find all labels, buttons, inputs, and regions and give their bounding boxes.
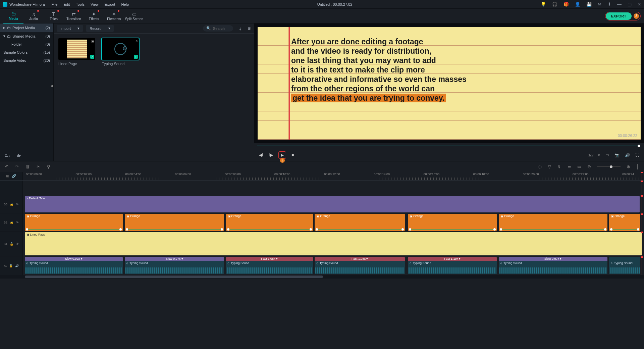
collapse-sidebar-icon[interactable]: ◀ — [50, 84, 53, 88]
zoom-fit-icon[interactable]: ║ — [636, 164, 639, 169]
search-box[interactable]: 🔍 — [203, 25, 233, 32]
headset-icon[interactable]: 🎧 — [552, 2, 557, 7]
lock-icon[interactable]: 🔓 — [10, 221, 13, 224]
track-head-b1[interactable]: B1🔓👁 — [0, 232, 23, 256]
audio-clip[interactable]: Slow 0.97x ▾♫ Typing Sound — [125, 257, 224, 274]
menu-view[interactable]: View — [91, 2, 99, 6]
tab-media[interactable]: 🗀Media — [3, 9, 23, 23]
track-head-b3[interactable]: B3🔓👁 — [0, 195, 23, 213]
delete-icon[interactable]: 🗑 — [25, 164, 30, 169]
play-button[interactable]: ▶1 — [278, 151, 286, 159]
audio-clip[interactable]: Fast 1.08x ▾♫ Typing Sound — [315, 257, 405, 274]
account-icon[interactable]: 👤 — [575, 2, 580, 7]
audio-clip[interactable]: Slow 0.97x ▾♫ Typing Sound — [499, 257, 607, 274]
close-icon[interactable]: ✕ — [638, 2, 641, 7]
overlay-clip[interactable]: ▣Orange — [25, 214, 123, 231]
redo-icon[interactable]: ↷ — [15, 164, 19, 169]
overlay-clip[interactable]: ▣Orange — [315, 214, 405, 231]
menu-export[interactable]: Export — [105, 2, 115, 6]
split-icon: ▭ — [132, 11, 137, 17]
next-frame-button[interactable]: Ⅰ▶ — [269, 153, 273, 157]
sidebar-item-project-media[interactable]: ▸🗀Project Media(2) — [0, 23, 53, 32]
sidebar-item-sample-video[interactable]: Sample Video(20) — [0, 56, 53, 64]
import-dropdown[interactable]: Import▾ — [57, 25, 83, 32]
ruler-scale[interactable]: 00:00:00:00 00:00:02:00 00:00:04:00 00:0… — [23, 172, 644, 180]
audio-clip[interactable]: Fast 1.19x ▾♫ Typing Sound — [408, 257, 497, 274]
manage-tracks-icon[interactable]: ⊞ — [6, 174, 9, 178]
preview-ratio-select[interactable]: 1/2▾ — [588, 153, 600, 157]
overlay-clip[interactable]: ▣Orange — [499, 214, 607, 231]
track-head-b2[interactable]: B2🔓👁 — [0, 213, 23, 231]
menu-help[interactable]: Help — [121, 2, 129, 6]
speaker-icon[interactable]: 🔊 — [15, 264, 19, 267]
overlay-clip[interactable]: ▣Orange — [125, 214, 224, 231]
download-icon[interactable]: ⬇ — [607, 2, 611, 7]
fullscreen-icon[interactable]: ⛶ — [635, 153, 639, 157]
audio-clip[interactable]: Fast 1.08x ▾♫ Typing Sound — [226, 257, 313, 274]
tab-audio[interactable]: ♫Audio — [23, 9, 44, 23]
zoom-in-icon[interactable]: ⊕ — [627, 164, 630, 169]
tab-transition[interactable]: ⇄Transition — [64, 9, 84, 23]
new-folder-icon[interactable]: 🗀₊ — [5, 153, 10, 158]
sidebar-item-sample-colors[interactable]: Sample Colors(15) — [0, 48, 53, 56]
hscroll-thumb[interactable] — [25, 276, 323, 278]
tab-titles[interactable]: TTitles — [44, 9, 64, 23]
record-dropdown[interactable]: Record▾ — [86, 25, 113, 32]
lock-icon[interactable]: 🔓 — [9, 264, 13, 267]
undo-icon[interactable]: ↶ — [5, 164, 8, 169]
tab-elements[interactable]: ✧Elements — [104, 9, 124, 23]
sidebar-item-shared-media[interactable]: ▾🗀Shared Media(0) — [0, 32, 53, 40]
mixer-icon[interactable]: ≣ — [568, 164, 571, 169]
save-icon[interactable]: 💾 — [586, 2, 592, 7]
open-folder-icon[interactable]: 🗁 — [17, 153, 21, 158]
menu-edit[interactable]: Edit — [63, 2, 70, 6]
visibility-icon[interactable]: 👁 — [16, 242, 19, 246]
track-head-audio[interactable]: ♪1🔓🔊 — [0, 256, 23, 275]
snapshot-icon[interactable]: 📷 — [614, 153, 620, 157]
menu-file[interactable]: File — [52, 2, 58, 6]
render-icon[interactable]: ◌ — [538, 164, 542, 169]
media-item-typing-sound[interactable]: ♫✓ Typing Sound — [102, 38, 139, 66]
tab-effects[interactable]: ✦Effects — [84, 9, 104, 23]
search-input[interactable] — [213, 27, 230, 31]
video-clip[interactable]: ▣Lined Page — [25, 232, 642, 255]
crop-icon[interactable]: ▭ — [577, 164, 581, 169]
adjust-icon[interactable]: ⚲ — [47, 164, 50, 169]
audio-clip[interactable]: Slow 0.92x ▾♫ Typing Sound — [25, 257, 123, 274]
gift-icon[interactable]: 🎁 — [564, 2, 569, 7]
filter-icon[interactable]: ⏚ — [239, 27, 241, 31]
visibility-icon[interactable]: 👁 — [16, 221, 19, 224]
tips-icon[interactable]: 💡 — [541, 2, 546, 7]
overlay-clip[interactable]: ▣Orange — [226, 214, 313, 231]
export-button[interactable]: EXPORT — [606, 12, 632, 20]
playhead[interactable] — [642, 172, 642, 180]
menu-tools[interactable]: Tools — [76, 2, 85, 6]
scrubber-thumb[interactable] — [638, 145, 640, 147]
title-clip[interactable]: TDefault Title — [25, 196, 640, 212]
overlay-clip[interactable]: ▣Orange — [408, 214, 497, 231]
display-icon[interactable]: ▭ — [605, 153, 609, 157]
zoom-slider[interactable] — [597, 166, 621, 167]
timeline-hscroll[interactable] — [0, 275, 644, 279]
split-icon[interactable]: ✂ — [37, 164, 40, 169]
link-icon[interactable]: 🔗 — [12, 174, 16, 178]
tab-splitscreen[interactable]: ▭Split Screen — [124, 9, 144, 23]
overlay-clip[interactable]: ▣Orange — [609, 214, 640, 231]
grid-view-icon[interactable]: ⊞ — [248, 26, 251, 31]
minimize-icon[interactable]: — — [617, 2, 622, 7]
voiceover-icon[interactable]: 🎙 — [557, 164, 561, 169]
zoom-out-icon[interactable]: ⊖ — [587, 164, 591, 169]
preview-scrubber[interactable]: { } — [257, 144, 641, 148]
mail-icon[interactable]: ✉ — [598, 2, 601, 7]
lock-icon[interactable]: 🔓 — [10, 242, 13, 246]
marker-icon[interactable]: ▽ — [548, 164, 551, 169]
prev-frame-button[interactable]: ◀Ⅰ — [259, 153, 263, 157]
maximize-icon[interactable]: ▢ — [628, 2, 632, 7]
audio-clip[interactable]: ♫ Typing Sound — [609, 257, 640, 274]
media-item-lined-page[interactable]: ▣✓ Lined Page — [58, 38, 95, 66]
visibility-icon[interactable]: 👁 — [16, 203, 19, 206]
stop-button[interactable]: ■ — [291, 153, 294, 157]
sidebar-item-folder[interactable]: Folder(0) — [0, 40, 53, 48]
lock-icon[interactable]: 🔓 — [10, 203, 13, 206]
volume-icon[interactable]: 🔊 — [625, 153, 630, 157]
